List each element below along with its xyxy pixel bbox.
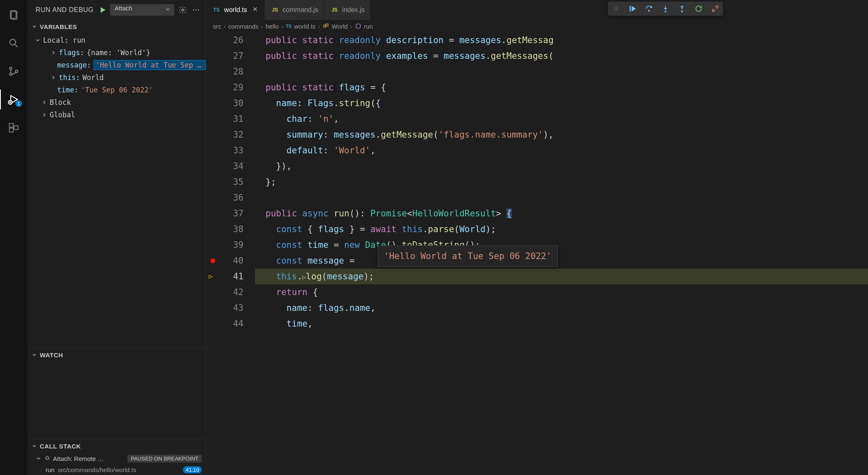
code-editor[interactable]: 26 27 28 29 30 31 32 33 34 35 36 37 38 3… (206, 32, 868, 475)
line-number: 42 (206, 284, 244, 300)
svg-rect-26 (323, 25, 326, 27)
ts-icon: TS (212, 7, 221, 13)
var-name: this: (59, 73, 80, 82)
svg-point-5 (10, 73, 12, 75)
svg-point-12 (193, 10, 194, 11)
chevron-right-icon: › (318, 23, 320, 30)
svg-point-23 (649, 10, 650, 12)
disconnect-icon[interactable] (710, 3, 721, 14)
sidebar: RUN AND DEBUG Attach VARIABLES (27, 0, 206, 475)
line-number: 38 (206, 221, 244, 237)
step-out-icon[interactable] (677, 3, 687, 14)
bc-class[interactable]: World (332, 23, 348, 30)
extensions-icon[interactable] (4, 118, 24, 138)
callstack-panel: CALL STACK Attach: Remote … PAUSED ON BR… (27, 439, 206, 475)
line-number: 26 (206, 32, 244, 48)
chevron-down-icon (35, 37, 41, 43)
watch-panel: WATCH (27, 348, 206, 439)
tab-label: world.ts (224, 6, 247, 14)
restart-icon[interactable] (693, 3, 704, 14)
tab-world-ts[interactable]: TS world.ts (206, 0, 265, 20)
search-icon[interactable] (4, 33, 24, 53)
line-number: 40 (206, 253, 244, 269)
editor-area: TS world.ts JS command.js JS index.js sr… (206, 0, 868, 475)
js-icon: JS (330, 7, 339, 13)
ts-icon: TS (286, 24, 292, 29)
drag-handle-icon[interactable] (610, 3, 621, 14)
line-number: 39 (206, 237, 244, 253)
thread-status: PAUSED ON BREAKPOINT (128, 455, 202, 463)
step-into-icon[interactable] (660, 3, 671, 14)
tab-label: index.js (342, 6, 364, 14)
scope-label: Block (50, 98, 71, 107)
close-icon[interactable] (252, 6, 258, 14)
line-number: 37 (206, 206, 244, 221)
scope-global[interactable]: Global (27, 109, 206, 121)
bc-method[interactable]: run (364, 23, 373, 30)
continue-icon[interactable] (627, 3, 638, 14)
variable-time[interactable]: time: 'Tue Sep 06 2022' (27, 84, 206, 96)
svg-point-24 (665, 11, 666, 12)
run-debug-icon[interactable]: 1 (4, 90, 24, 109)
callstack-header[interactable]: CALL STACK (27, 439, 206, 453)
more-icon[interactable] (191, 5, 201, 15)
variables-title: VARIABLES (40, 23, 77, 30)
chevron-right-icon (41, 112, 47, 118)
gutter: 26 27 28 29 30 31 32 33 34 35 36 37 38 3… (206, 32, 255, 475)
bc-segment[interactable]: commands (228, 23, 258, 30)
callstack-frame[interactable]: run src/commands/hello/world.ts 41:10 (27, 464, 206, 475)
line-number: 36 (206, 190, 244, 206)
breakpoint-icon[interactable] (210, 258, 215, 263)
var-name: message: (57, 61, 91, 69)
editor-tabs: TS world.ts JS command.js JS index.js (206, 0, 868, 20)
chevron-down-icon (31, 352, 37, 358)
variable-this[interactable]: this: World (27, 71, 206, 84)
chevron-right-icon: › (261, 23, 263, 30)
var-value: 'Tue Sep 06 2022' (81, 86, 153, 94)
chevron-down-icon (165, 7, 171, 14)
line-number: 43 (206, 300, 244, 316)
svg-point-25 (682, 11, 683, 12)
callstack-thread[interactable]: Attach: Remote … PAUSED ON BREAKPOINT (27, 453, 206, 464)
start-debugging-icon[interactable] (99, 6, 107, 14)
svg-point-2 (10, 39, 16, 45)
svg-rect-8 (10, 124, 13, 127)
debug-config-select[interactable]: Attach (110, 4, 174, 16)
tab-label: command.js (282, 6, 318, 14)
scope-local[interactable]: Local: run (27, 34, 206, 46)
variable-flags[interactable]: flags: {name: 'World'} (27, 46, 206, 59)
explorer-icon[interactable] (4, 5, 24, 25)
svg-point-21 (617, 10, 617, 11)
variable-message[interactable]: message: 'Hello World at Tue Sep 06 20… (27, 59, 206, 71)
var-value: World (82, 73, 104, 82)
debug-inline-icon[interactable]: ▷ (302, 274, 306, 281)
variables-panel: VARIABLES Local: run flags: {name: 'Worl… (27, 20, 206, 348)
gear-icon[interactable] (178, 5, 188, 15)
debug-badge: 1 (15, 100, 22, 107)
tab-command-js[interactable]: JS command.js (265, 0, 324, 20)
js-icon: JS (270, 7, 279, 13)
svg-point-16 (614, 7, 615, 7)
code-lines[interactable]: public static readonly description = mes… (255, 32, 868, 475)
chevron-down-icon (31, 443, 37, 449)
chevron-right-icon: › (224, 23, 226, 30)
breadcrumb[interactable]: src › commands › hello › TS world.ts › W… (206, 20, 868, 32)
line-number: 35 (206, 174, 244, 190)
bc-segment[interactable]: hello (265, 23, 279, 30)
line-number: 27 (206, 48, 244, 64)
tab-index-js[interactable]: JS index.js (324, 0, 371, 20)
bc-segment[interactable]: src (213, 23, 221, 30)
variables-header[interactable]: VARIABLES (27, 20, 206, 33)
var-name: flags: (59, 48, 84, 57)
var-name: time: (57, 86, 78, 94)
method-icon (355, 23, 362, 29)
chevron-right-icon (51, 75, 56, 80)
source-control-icon[interactable] (4, 61, 24, 81)
scope-block[interactable]: Block (27, 96, 206, 109)
bc-file[interactable]: world.ts (294, 23, 316, 30)
frame-position: 41:10 (183, 466, 202, 473)
step-over-icon[interactable] (644, 3, 654, 14)
scope-label: Local: run (43, 36, 85, 44)
line-number: 44 (206, 316, 244, 332)
watch-header[interactable]: WATCH (27, 348, 206, 361)
